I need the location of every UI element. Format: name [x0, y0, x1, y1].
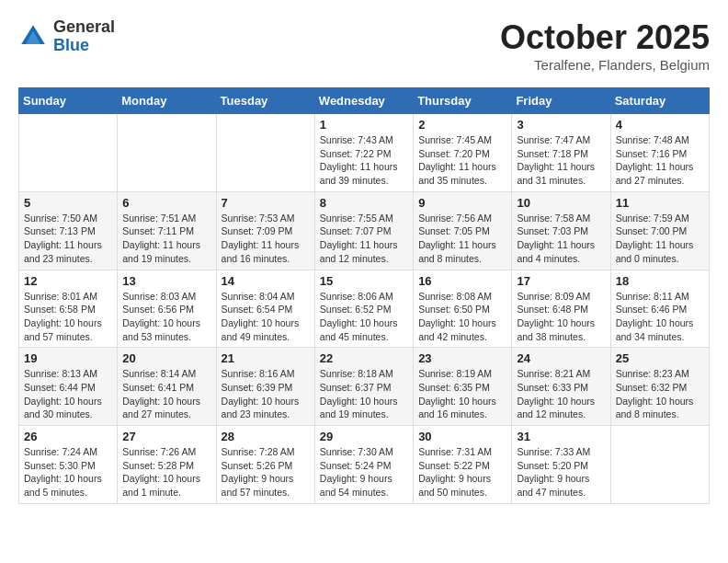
calendar-cell: 10Sunrise: 7:58 AM Sunset: 7:03 PM Dayli…	[512, 191, 610, 270]
day-info: Sunrise: 7:30 AM Sunset: 5:24 PM Dayligh…	[320, 445, 408, 500]
day-number: 16	[418, 274, 506, 288]
day-of-week-tuesday: Tuesday	[216, 88, 314, 114]
day-info: Sunrise: 7:56 AM Sunset: 7:05 PM Dayligh…	[418, 212, 506, 266]
calendar-cell: 11Sunrise: 7:59 AM Sunset: 7:00 PM Dayli…	[610, 191, 709, 270]
calendar-title: October 2025	[500, 18, 710, 57]
day-number: 31	[517, 430, 605, 443]
day-info: Sunrise: 8:14 AM Sunset: 6:41 PM Dayligh…	[122, 367, 210, 421]
logo-text: General Blue	[53, 18, 115, 55]
day-number: 1	[320, 118, 408, 132]
calendar-cell: 27Sunrise: 7:26 AM Sunset: 5:28 PM Dayli…	[118, 426, 216, 504]
calendar-cell: 28Sunrise: 7:28 AM Sunset: 5:26 PM Dayli…	[216, 426, 314, 504]
day-info: Sunrise: 7:47 AM Sunset: 7:18 PM Dayligh…	[517, 133, 605, 188]
calendar-cell: 24Sunrise: 8:21 AM Sunset: 6:33 PM Dayli…	[512, 348, 610, 426]
calendar-cell: 26Sunrise: 7:24 AM Sunset: 5:30 PM Dayli…	[19, 426, 118, 504]
day-info: Sunrise: 7:28 AM Sunset: 5:26 PM Dayligh…	[222, 445, 310, 500]
day-info: Sunrise: 8:13 AM Sunset: 6:44 PM Dayligh…	[24, 367, 112, 421]
calendar-cell: 25Sunrise: 8:23 AM Sunset: 6:32 PM Dayli…	[610, 348, 709, 426]
calendar-subtitle: Teralfene, Flanders, Belgium	[500, 57, 710, 73]
day-info: Sunrise: 7:33 AM Sunset: 5:20 PM Dayligh…	[517, 445, 605, 500]
week-row-2: 5Sunrise: 7:50 AM Sunset: 7:13 PM Daylig…	[19, 191, 710, 270]
calendar-cell: 15Sunrise: 8:06 AM Sunset: 6:52 PM Dayli…	[314, 270, 413, 348]
day-number: 6	[122, 196, 210, 210]
day-info: Sunrise: 7:24 AM Sunset: 5:30 PM Dayligh…	[24, 445, 112, 500]
day-info: Sunrise: 7:53 AM Sunset: 7:09 PM Dayligh…	[222, 212, 310, 266]
day-of-week-saturday: Saturday	[610, 88, 709, 114]
day-info: Sunrise: 7:26 AM Sunset: 5:28 PM Dayligh…	[122, 445, 210, 500]
day-number: 4	[616, 118, 704, 132]
day-info: Sunrise: 7:58 AM Sunset: 7:03 PM Dayligh…	[517, 212, 605, 266]
day-info: Sunrise: 8:18 AM Sunset: 6:37 PM Dayligh…	[320, 367, 408, 421]
day-info: Sunrise: 8:08 AM Sunset: 6:50 PM Dayligh…	[418, 290, 506, 344]
day-number: 5	[24, 196, 112, 210]
day-info: Sunrise: 8:01 AM Sunset: 6:58 PM Dayligh…	[24, 290, 112, 344]
day-number: 11	[616, 196, 704, 210]
day-number: 3	[517, 118, 605, 132]
calendar-cell: 9Sunrise: 7:56 AM Sunset: 7:05 PM Daylig…	[414, 191, 512, 270]
calendar-cell: 5Sunrise: 7:50 AM Sunset: 7:13 PM Daylig…	[19, 191, 118, 270]
day-number: 23	[418, 351, 506, 365]
logo-blue: Blue	[53, 37, 115, 55]
day-number: 28	[222, 430, 310, 443]
logo: General Blue	[18, 18, 115, 55]
day-info: Sunrise: 7:59 AM Sunset: 7:00 PM Dayligh…	[616, 212, 704, 266]
calendar-cell: 8Sunrise: 7:55 AM Sunset: 7:07 PM Daylig…	[314, 191, 413, 270]
calendar-header: SundayMondayTuesdayWednesdayThursdayFrid…	[19, 88, 710, 114]
day-number: 15	[320, 274, 408, 288]
day-number: 7	[222, 196, 310, 210]
day-info: Sunrise: 7:51 AM Sunset: 7:11 PM Dayligh…	[122, 212, 210, 266]
calendar-cell: 4Sunrise: 7:48 AM Sunset: 7:16 PM Daylig…	[610, 114, 709, 192]
title-block: October 2025 Teralfene, Flanders, Belgiu…	[500, 18, 710, 73]
calendar-cell: 18Sunrise: 8:11 AM Sunset: 6:46 PM Dayli…	[610, 270, 709, 348]
calendar-cell: 7Sunrise: 7:53 AM Sunset: 7:09 PM Daylig…	[216, 191, 314, 270]
calendar-cell: 17Sunrise: 8:09 AM Sunset: 6:48 PM Dayli…	[512, 270, 610, 348]
calendar-cell: 2Sunrise: 7:45 AM Sunset: 7:20 PM Daylig…	[414, 114, 512, 192]
day-number: 10	[517, 196, 605, 210]
day-number: 21	[222, 351, 310, 365]
day-info: Sunrise: 8:21 AM Sunset: 6:33 PM Dayligh…	[517, 367, 605, 421]
calendar-cell: 19Sunrise: 8:13 AM Sunset: 6:44 PM Dayli…	[19, 348, 118, 426]
day-number: 17	[517, 274, 605, 288]
day-of-week-monday: Monday	[118, 88, 216, 114]
day-number: 18	[616, 274, 704, 288]
week-row-3: 12Sunrise: 8:01 AM Sunset: 6:58 PM Dayli…	[19, 270, 710, 348]
day-number: 20	[122, 351, 210, 365]
day-number: 22	[320, 351, 408, 365]
calendar-cell	[610, 426, 709, 504]
day-number: 24	[517, 351, 605, 365]
page-header: General Blue October 2025 Teralfene, Fla…	[18, 18, 710, 73]
day-info: Sunrise: 8:04 AM Sunset: 6:54 PM Dayligh…	[222, 290, 310, 344]
calendar-cell: 21Sunrise: 8:16 AM Sunset: 6:39 PM Dayli…	[216, 348, 314, 426]
day-number: 30	[418, 430, 506, 443]
calendar-cell: 29Sunrise: 7:30 AM Sunset: 5:24 PM Dayli…	[314, 426, 413, 504]
day-of-week-friday: Friday	[512, 88, 610, 114]
day-info: Sunrise: 8:11 AM Sunset: 6:46 PM Dayligh…	[616, 290, 704, 344]
day-info: Sunrise: 7:31 AM Sunset: 5:22 PM Dayligh…	[418, 445, 506, 500]
week-row-1: 1Sunrise: 7:43 AM Sunset: 7:22 PM Daylig…	[19, 114, 710, 192]
day-info: Sunrise: 7:50 AM Sunset: 7:13 PM Dayligh…	[24, 212, 112, 266]
calendar-cell: 23Sunrise: 8:19 AM Sunset: 6:35 PM Dayli…	[414, 348, 512, 426]
day-number: 13	[122, 274, 210, 288]
day-number: 25	[616, 351, 704, 365]
day-info: Sunrise: 7:43 AM Sunset: 7:22 PM Dayligh…	[320, 133, 408, 188]
day-info: Sunrise: 8:09 AM Sunset: 6:48 PM Dayligh…	[517, 290, 605, 344]
week-row-5: 26Sunrise: 7:24 AM Sunset: 5:30 PM Dayli…	[19, 426, 710, 504]
logo-icon	[18, 22, 48, 52]
day-info: Sunrise: 8:03 AM Sunset: 6:56 PM Dayligh…	[122, 290, 210, 344]
day-info: Sunrise: 8:19 AM Sunset: 6:35 PM Dayligh…	[418, 367, 506, 421]
calendar-cell: 22Sunrise: 8:18 AM Sunset: 6:37 PM Dayli…	[314, 348, 413, 426]
day-info: Sunrise: 7:45 AM Sunset: 7:20 PM Dayligh…	[418, 133, 506, 188]
calendar-cell: 16Sunrise: 8:08 AM Sunset: 6:50 PM Dayli…	[414, 270, 512, 348]
calendar-cell: 31Sunrise: 7:33 AM Sunset: 5:20 PM Dayli…	[512, 426, 610, 504]
day-info: Sunrise: 8:16 AM Sunset: 6:39 PM Dayligh…	[222, 367, 310, 421]
logo-general: General	[53, 18, 115, 37]
calendar-cell	[216, 114, 314, 192]
calendar-cell: 6Sunrise: 7:51 AM Sunset: 7:11 PM Daylig…	[118, 191, 216, 270]
day-of-week-sunday: Sunday	[19, 88, 118, 114]
day-number: 9	[418, 196, 506, 210]
day-number: 29	[320, 430, 408, 443]
day-number: 14	[222, 274, 310, 288]
day-info: Sunrise: 8:06 AM Sunset: 6:52 PM Dayligh…	[320, 290, 408, 344]
calendar-cell: 1Sunrise: 7:43 AM Sunset: 7:22 PM Daylig…	[314, 114, 413, 192]
calendar-table: SundayMondayTuesdayWednesdayThursdayFrid…	[18, 87, 710, 504]
